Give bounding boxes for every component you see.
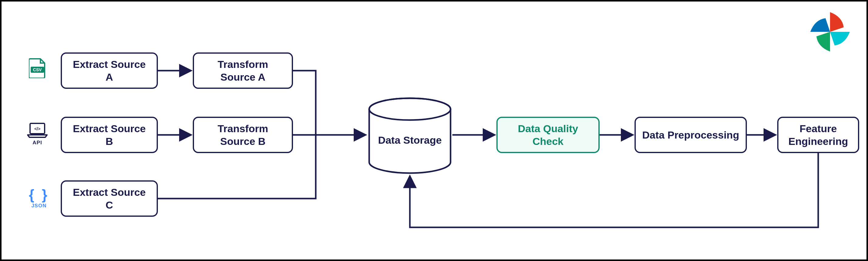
node-data-preprocessing: Data Preprocessing [634,117,747,153]
node-label: Extract Source A [68,58,151,84]
node-label: Data Storage [378,134,442,147]
node-data-storage: Data Storage [367,97,453,174]
api-label: API [32,140,42,146]
node-extract-b: Extract Source B [61,117,158,153]
node-feature-engineering: Feature Engineering [777,117,859,153]
airflow-logo-icon [809,11,851,53]
node-label: Transform Source A [200,58,286,84]
node-label: Extract Source B [68,122,151,148]
node-label: Data Quality Check [504,122,592,148]
diagram-frame: CSV </> API { } JSON Extract Source A Ex… [0,0,868,261]
node-extract-a: Extract Source A [61,52,158,89]
node-label: Extract Source C [68,186,151,212]
node-extract-c: Extract Source C [61,180,158,217]
node-transform-b: Transform Source B [193,117,293,153]
json-label: JSON [31,203,46,209]
csv-file-icon: CSV [29,58,46,78]
svg-text:CSV: CSV [33,67,42,72]
node-label: Data Preprocessing [642,128,739,142]
json-braces-icon: { } JSON [29,186,49,209]
api-laptop-icon: </> API [26,122,48,146]
node-transform-a: Transform Source A [193,52,293,89]
node-label: Feature Engineering [784,122,852,148]
node-label: Transform Source B [200,122,286,148]
node-data-quality-check: Data Quality Check [496,117,600,153]
svg-text:</>: </> [34,126,40,131]
